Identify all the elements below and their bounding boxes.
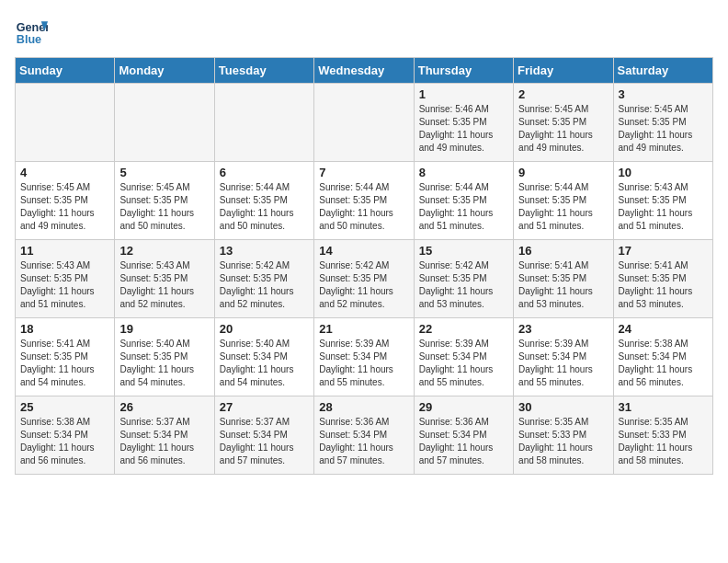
weekday-header-thursday: Thursday <box>414 58 513 84</box>
day-number: 6 <box>220 166 309 179</box>
day-info: Sunrise: 5:41 AM Sunset: 5:35 PM Dayligh… <box>518 259 608 311</box>
week-row-2: 4Sunrise: 5:45 AM Sunset: 5:35 PM Daylig… <box>16 162 713 240</box>
day-info: Sunrise: 5:41 AM Sunset: 5:35 PM Dayligh… <box>20 338 109 389</box>
day-info: Sunrise: 5:44 AM Sunset: 5:35 PM Dayligh… <box>518 181 608 233</box>
day-info: Sunrise: 5:39 AM Sunset: 5:34 PM Dayligh… <box>518 338 608 389</box>
calendar-cell: 28Sunrise: 5:36 AM Sunset: 5:34 PM Dayli… <box>314 396 414 475</box>
day-info: Sunrise: 5:46 AM Sunset: 5:35 PM Dayligh… <box>419 103 508 155</box>
day-number: 2 <box>518 87 608 101</box>
calendar-cell: 29Sunrise: 5:36 AM Sunset: 5:34 PM Dayli… <box>414 396 513 475</box>
day-number: 29 <box>419 400 508 414</box>
day-info: Sunrise: 5:45 AM Sunset: 5:35 PM Dayligh… <box>119 181 209 233</box>
day-info: Sunrise: 5:44 AM Sunset: 5:35 PM Dayligh… <box>419 181 508 233</box>
calendar-cell <box>16 84 115 162</box>
week-row-1: 1Sunrise: 5:46 AM Sunset: 5:35 PM Daylig… <box>16 84 713 162</box>
day-number: 26 <box>119 400 209 414</box>
calendar-cell: 11Sunrise: 5:43 AM Sunset: 5:35 PM Dayli… <box>16 240 115 318</box>
weekday-header-saturday: Saturday <box>613 58 712 84</box>
day-number: 27 <box>220 400 309 414</box>
day-number: 13 <box>220 244 309 258</box>
weekday-header-row: SundayMondayTuesdayWednesdayThursdayFrid… <box>16 58 713 84</box>
day-info: Sunrise: 5:39 AM Sunset: 5:34 PM Dayligh… <box>419 338 508 389</box>
day-info: Sunrise: 5:45 AM Sunset: 5:35 PM Dayligh… <box>20 181 109 233</box>
day-info: Sunrise: 5:44 AM Sunset: 5:35 PM Dayligh… <box>220 181 309 233</box>
day-number: 3 <box>619 87 708 101</box>
calendar-cell: 30Sunrise: 5:35 AM Sunset: 5:33 PM Dayli… <box>514 396 613 475</box>
day-number: 23 <box>518 322 608 336</box>
calendar-cell: 17Sunrise: 5:41 AM Sunset: 5:35 PM Dayli… <box>613 240 712 318</box>
day-number: 17 <box>619 244 708 258</box>
day-number: 14 <box>319 244 408 258</box>
day-info: Sunrise: 5:38 AM Sunset: 5:34 PM Dayligh… <box>20 416 109 467</box>
day-info: Sunrise: 5:42 AM Sunset: 5:35 PM Dayligh… <box>319 259 408 311</box>
calendar-cell: 12Sunrise: 5:43 AM Sunset: 5:35 PM Dayli… <box>115 240 214 318</box>
calendar-cell: 2Sunrise: 5:45 AM Sunset: 5:35 PM Daylig… <box>514 84 613 162</box>
calendar-cell: 24Sunrise: 5:38 AM Sunset: 5:34 PM Dayli… <box>613 318 712 396</box>
day-info: Sunrise: 5:43 AM Sunset: 5:35 PM Dayligh… <box>20 259 109 311</box>
day-info: Sunrise: 5:43 AM Sunset: 5:35 PM Dayligh… <box>619 181 708 233</box>
calendar-cell: 7Sunrise: 5:44 AM Sunset: 5:35 PM Daylig… <box>314 162 414 240</box>
calendar-cell: 23Sunrise: 5:39 AM Sunset: 5:34 PM Dayli… <box>514 318 613 396</box>
week-row-5: 25Sunrise: 5:38 AM Sunset: 5:34 PM Dayli… <box>16 396 713 475</box>
week-row-4: 18Sunrise: 5:41 AM Sunset: 5:35 PM Dayli… <box>16 318 713 396</box>
weekday-header-wednesday: Wednesday <box>314 58 414 84</box>
day-number: 20 <box>220 322 309 336</box>
calendar-cell: 26Sunrise: 5:37 AM Sunset: 5:34 PM Dayli… <box>115 396 214 475</box>
day-info: Sunrise: 5:42 AM Sunset: 5:35 PM Dayligh… <box>220 259 309 311</box>
day-info: Sunrise: 5:40 AM Sunset: 5:35 PM Dayligh… <box>119 338 209 389</box>
calendar-cell: 27Sunrise: 5:37 AM Sunset: 5:34 PM Dayli… <box>214 396 313 475</box>
weekday-header-tuesday: Tuesday <box>214 58 313 84</box>
calendar-cell: 9Sunrise: 5:44 AM Sunset: 5:35 PM Daylig… <box>514 162 613 240</box>
calendar-cell: 3Sunrise: 5:45 AM Sunset: 5:35 PM Daylig… <box>613 84 712 162</box>
day-info: Sunrise: 5:44 AM Sunset: 5:35 PM Dayligh… <box>319 181 408 233</box>
day-info: Sunrise: 5:38 AM Sunset: 5:34 PM Dayligh… <box>619 338 708 389</box>
day-info: Sunrise: 5:37 AM Sunset: 5:34 PM Dayligh… <box>220 416 309 467</box>
day-info: Sunrise: 5:43 AM Sunset: 5:35 PM Dayligh… <box>119 259 209 311</box>
day-info: Sunrise: 5:45 AM Sunset: 5:35 PM Dayligh… <box>518 103 608 155</box>
svg-text:Blue: Blue <box>17 33 41 46</box>
day-number: 8 <box>419 166 508 179</box>
calendar-cell: 5Sunrise: 5:45 AM Sunset: 5:35 PM Daylig… <box>115 162 214 240</box>
day-number: 5 <box>119 166 209 179</box>
calendar-cell: 16Sunrise: 5:41 AM Sunset: 5:35 PM Dayli… <box>514 240 613 318</box>
day-info: Sunrise: 5:42 AM Sunset: 5:35 PM Dayligh… <box>419 259 508 311</box>
calendar-cell: 8Sunrise: 5:44 AM Sunset: 5:35 PM Daylig… <box>414 162 513 240</box>
day-number: 21 <box>319 322 408 336</box>
weekday-header-sunday: Sunday <box>16 58 115 84</box>
day-number: 1 <box>419 87 508 101</box>
calendar-cell: 6Sunrise: 5:44 AM Sunset: 5:35 PM Daylig… <box>214 162 313 240</box>
day-number: 16 <box>518 244 608 258</box>
calendar-cell: 10Sunrise: 5:43 AM Sunset: 5:35 PM Dayli… <box>613 162 712 240</box>
calendar-cell: 19Sunrise: 5:40 AM Sunset: 5:35 PM Dayli… <box>115 318 214 396</box>
calendar-cell: 15Sunrise: 5:42 AM Sunset: 5:35 PM Dayli… <box>414 240 513 318</box>
day-info: Sunrise: 5:41 AM Sunset: 5:35 PM Dayligh… <box>619 259 708 311</box>
day-info: Sunrise: 5:45 AM Sunset: 5:35 PM Dayligh… <box>619 103 708 155</box>
day-number: 30 <box>518 400 608 414</box>
day-number: 31 <box>619 400 708 414</box>
day-info: Sunrise: 5:39 AM Sunset: 5:34 PM Dayligh… <box>319 338 408 389</box>
calendar-table: SundayMondayTuesdayWednesdayThursdayFrid… <box>15 57 713 475</box>
day-number: 15 <box>419 244 508 258</box>
weekday-header-monday: Monday <box>115 58 214 84</box>
calendar-cell: 22Sunrise: 5:39 AM Sunset: 5:34 PM Dayli… <box>414 318 513 396</box>
day-number: 28 <box>319 400 408 414</box>
day-number: 9 <box>518 166 608 179</box>
calendar-cell: 1Sunrise: 5:46 AM Sunset: 5:35 PM Daylig… <box>414 84 513 162</box>
logo-icon: General Blue <box>15 15 48 48</box>
calendar-cell <box>115 84 214 162</box>
day-number: 12 <box>119 244 209 258</box>
calendar-cell <box>314 84 414 162</box>
page-header: General Blue <box>15 15 713 48</box>
calendar-cell: 25Sunrise: 5:38 AM Sunset: 5:34 PM Dayli… <box>16 396 115 475</box>
day-number: 11 <box>20 244 109 258</box>
day-number: 18 <box>20 322 109 336</box>
day-info: Sunrise: 5:36 AM Sunset: 5:34 PM Dayligh… <box>319 416 408 467</box>
calendar-cell: 21Sunrise: 5:39 AM Sunset: 5:34 PM Dayli… <box>314 318 414 396</box>
calendar-cell: 20Sunrise: 5:40 AM Sunset: 5:34 PM Dayli… <box>214 318 313 396</box>
day-info: Sunrise: 5:35 AM Sunset: 5:33 PM Dayligh… <box>518 416 608 467</box>
day-info: Sunrise: 5:36 AM Sunset: 5:34 PM Dayligh… <box>419 416 508 467</box>
calendar-cell: 4Sunrise: 5:45 AM Sunset: 5:35 PM Daylig… <box>16 162 115 240</box>
calendar-cell: 13Sunrise: 5:42 AM Sunset: 5:35 PM Dayli… <box>214 240 313 318</box>
day-number: 25 <box>20 400 109 414</box>
day-number: 10 <box>619 166 708 179</box>
